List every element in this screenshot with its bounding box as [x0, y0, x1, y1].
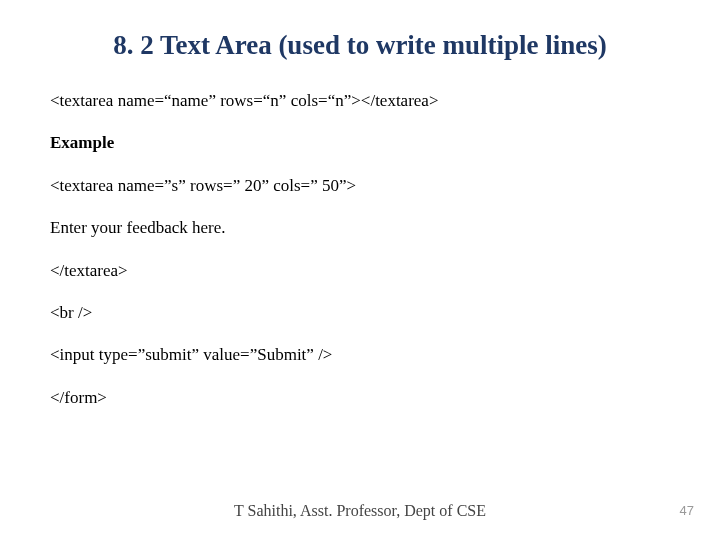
slide-body: <textarea name=“name” rows=“n” cols=“n”>…	[50, 91, 670, 408]
code-line-3: </textarea>	[50, 261, 670, 281]
code-line-2: Enter your feedback here.	[50, 218, 670, 238]
slide-title: 8. 2 Text Area (used to write multiple l…	[50, 30, 670, 61]
footer-page-number: 47	[680, 503, 694, 518]
code-line-1: <textarea name=”s” rows=” 20” cols=” 50”…	[50, 176, 670, 196]
code-line-5: <input type=”submit” value=”Submit” />	[50, 345, 670, 365]
code-line-6: </form>	[50, 388, 670, 408]
code-line-4: <br />	[50, 303, 670, 323]
footer-author: T Sahithi, Asst. Professor, Dept of CSE	[0, 502, 720, 520]
example-label: Example	[50, 133, 670, 153]
syntax-line: <textarea name=“name” rows=“n” cols=“n”>…	[50, 91, 670, 111]
slide: 8. 2 Text Area (used to write multiple l…	[0, 0, 720, 540]
